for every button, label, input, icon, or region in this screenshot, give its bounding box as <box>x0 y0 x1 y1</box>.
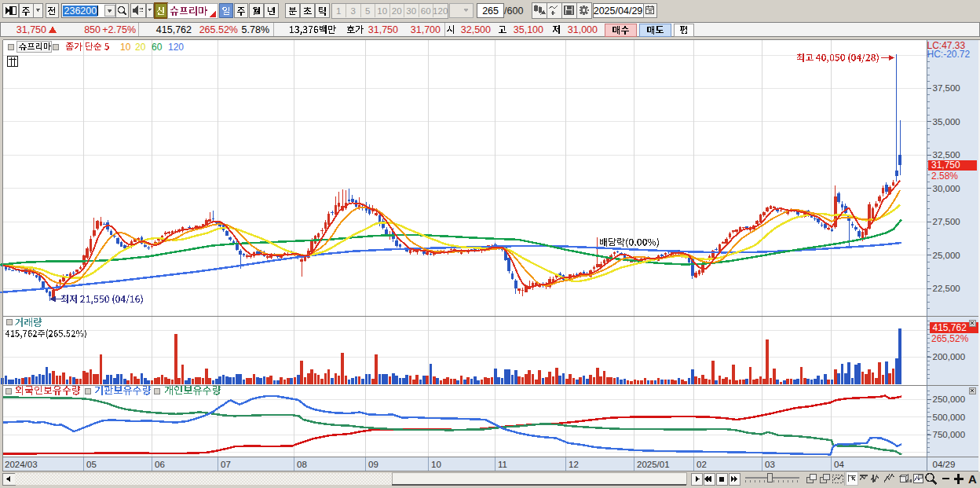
svg-text:31,000: 31,000 <box>568 24 598 35</box>
svg-text:03: 03 <box>765 460 775 469</box>
svg-text:10: 10 <box>377 6 387 16</box>
svg-text:10: 10 <box>431 460 441 469</box>
svg-text:2025/04/29: 2025/04/29 <box>594 6 643 17</box>
svg-text:750,000: 750,000 <box>933 430 966 439</box>
svg-text:31,700: 31,700 <box>411 24 441 35</box>
svg-text:04: 04 <box>834 460 844 469</box>
svg-text:02: 02 <box>697 460 707 469</box>
svg-text:2.58%: 2.58% <box>931 171 958 182</box>
svg-text:05: 05 <box>86 460 97 469</box>
svg-text:415,762: 415,762 <box>933 322 967 333</box>
svg-text:30: 30 <box>406 6 416 16</box>
svg-text:27,500: 27,500 <box>933 217 960 226</box>
svg-text:20: 20 <box>392 6 402 16</box>
svg-text:5: 5 <box>365 6 370 16</box>
svg-text:20: 20 <box>135 42 146 53</box>
svg-text:12: 12 <box>569 460 579 469</box>
svg-text:236200: 236200 <box>64 6 97 17</box>
svg-text:2025/01: 2025/01 <box>637 460 670 469</box>
svg-text:22,500: 22,500 <box>933 284 960 293</box>
svg-text:60: 60 <box>421 6 431 16</box>
svg-text:120: 120 <box>433 6 448 16</box>
svg-text:500,000: 500,000 <box>933 413 966 422</box>
svg-text:10: 10 <box>120 42 131 53</box>
svg-text:200,000: 200,000 <box>933 352 966 361</box>
svg-text:850: 850 <box>84 24 101 35</box>
svg-text:A: A <box>968 472 977 486</box>
svg-text:07: 07 <box>221 460 231 469</box>
svg-text:/600: /600 <box>504 6 523 17</box>
svg-text:265,52%: 265,52% <box>931 333 969 344</box>
svg-text:3: 3 <box>350 6 355 16</box>
svg-text:04/29: 04/29 <box>933 460 956 469</box>
svg-text:5.78%: 5.78% <box>242 24 269 35</box>
svg-text:30,000: 30,000 <box>933 184 960 193</box>
svg-text:09: 09 <box>368 460 378 469</box>
svg-text:HC:-20.72: HC:-20.72 <box>927 49 971 60</box>
svg-text:35,100: 35,100 <box>514 24 543 35</box>
svg-text:37,500: 37,500 <box>933 83 960 93</box>
svg-text:60: 60 <box>152 42 163 53</box>
svg-text:32,500: 32,500 <box>933 150 960 160</box>
svg-text:06: 06 <box>155 460 165 469</box>
svg-text:415,762: 415,762 <box>156 24 192 35</box>
svg-text:31,750: 31,750 <box>16 24 46 35</box>
svg-text:08: 08 <box>297 460 307 469</box>
svg-text:32,500: 32,500 <box>461 24 491 35</box>
svg-text:2024/03: 2024/03 <box>5 460 38 469</box>
svg-text:265: 265 <box>482 6 499 17</box>
svg-text:31,750: 31,750 <box>368 24 398 35</box>
svg-text:+2.75%: +2.75% <box>102 24 136 35</box>
svg-text:120: 120 <box>168 42 184 53</box>
svg-text:11: 11 <box>498 460 507 469</box>
svg-text:31,750: 31,750 <box>931 160 960 171</box>
svg-text:250,000: 250,000 <box>933 394 966 404</box>
svg-text:25,000: 25,000 <box>933 251 960 260</box>
svg-text:265.52%: 265.52% <box>199 24 238 35</box>
svg-text:1: 1 <box>336 6 341 16</box>
svg-text:35,000: 35,000 <box>933 117 960 127</box>
